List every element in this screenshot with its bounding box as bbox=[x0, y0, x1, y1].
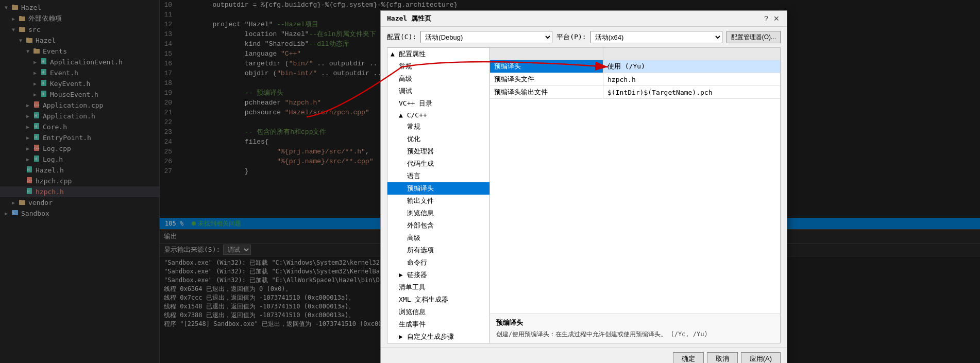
help-button[interactable]: ? bbox=[762, 14, 770, 23]
dialog-title: Hazel 属性页 bbox=[387, 14, 431, 23]
props-header-row bbox=[490, 48, 780, 60]
prop-value: $(IntDir)$(TargetName).pch bbox=[603, 86, 780, 98]
dialog-tree-label: 外部包含 bbox=[407, 221, 434, 230]
dialog-desc: 预编译头 创建/使用预编译头：在生成过程中允许创建或使用预编译头。 (/Yc, … bbox=[490, 314, 780, 343]
platform-select[interactable]: 活动(x64) bbox=[590, 31, 722, 43]
dialog-tree-label: 生成事件 bbox=[399, 320, 426, 329]
dialog-tree-item-list-tool[interactable]: 清单工具 bbox=[387, 281, 489, 293]
prop-name: 预编译头输出文件 bbox=[490, 86, 603, 98]
dialog-tree-item-general[interactable]: 常规 bbox=[387, 60, 489, 73]
dialog-tree-label: ▶ 自定义生成步骤 bbox=[399, 332, 454, 341]
dialog-tree-label: VC++ 目录 bbox=[399, 99, 432, 108]
dialog-tree-item-external-inc[interactable]: 外部包含 bbox=[387, 219, 489, 232]
dialog-tree-item-cpp[interactable]: ▲ C/C++ bbox=[387, 110, 489, 120]
dialog-tree-label: 浏览信息 bbox=[399, 307, 426, 317]
dialog-tree-item-linker[interactable]: ▶ 链接器 bbox=[387, 269, 489, 281]
close-button[interactable]: ✕ bbox=[772, 14, 781, 23]
dialog-tree-label: 高级 bbox=[407, 233, 420, 243]
dialog-tree-label: ▶ 链接器 bbox=[399, 270, 427, 280]
dialog-tree-item-advanced2[interactable]: 高级 bbox=[387, 232, 489, 244]
dialog-tree-label: 浏览信息 bbox=[407, 209, 434, 218]
prop-header-value bbox=[603, 48, 780, 60]
dialog-tree-item-all-options[interactable]: 所有选项 bbox=[387, 244, 489, 256]
dialog-tree-label: 调试 bbox=[399, 87, 412, 96]
prop-name: 预编译头 bbox=[490, 60, 603, 73]
dialog-tree-label: 代码生成 bbox=[407, 159, 434, 168]
dialog-tree-item-vc-dirs[interactable]: VC++ 目录 bbox=[387, 97, 489, 110]
dialog-tree-label: 语言 bbox=[407, 171, 420, 181]
desc-text: 创建/使用预编译头：在生成过程中允许创建或使用预编译头。 (/Yc, /Yu) bbox=[496, 330, 774, 339]
property-dialog: Hazel 属性页 ? ✕ 配置(C): 活动(Debug) 平台(P): 活动… bbox=[380, 10, 787, 363]
platform-label: 平台(P): bbox=[556, 32, 586, 42]
desc-title: 预编译头 bbox=[496, 318, 774, 327]
dialog-right: 预编译头使用 (/Yu)预编译头文件hzpch.h预编译头输出文件$(IntDi… bbox=[490, 47, 781, 343]
prop-row[interactable]: 预编译头文件hzpch.h bbox=[490, 73, 780, 86]
dialog-tree-label: ▲ C/C++ bbox=[399, 111, 427, 119]
dialog-tree-label: 输出文件 bbox=[407, 196, 434, 205]
main-container: ▼Hazel▶外部依赖项▼src▼Hazel▼Events▶HApplicati… bbox=[0, 0, 980, 363]
dialog-tree-item-cpp-optimize[interactable]: 优化 bbox=[387, 133, 489, 145]
dialog-tree-label: 清单工具 bbox=[399, 283, 426, 292]
dialog-controls: ? ✕ bbox=[762, 14, 781, 23]
dialog-tree-item-language[interactable]: 语言 bbox=[387, 170, 489, 182]
dialog-tree-item-cmdline[interactable]: 命令行 bbox=[387, 256, 489, 269]
cancel-button[interactable]: 取消 bbox=[707, 352, 738, 363]
prop-header-name bbox=[490, 48, 603, 60]
prop-row[interactable]: 预编译头输出文件$(IntDir)$(TargetName).pch bbox=[490, 86, 780, 99]
dialog-tree-item-config-props[interactable]: ▲ 配置属性 bbox=[387, 48, 489, 60]
config-row: 配置(C): 活动(Debug) 平台(P): 活动(x64) 配置管理器(O)… bbox=[387, 31, 781, 43]
dialog-tree-item-codegen[interactable]: 代码生成 bbox=[387, 158, 489, 170]
dialog-tree-item-cpp-general[interactable]: 常规 bbox=[387, 120, 489, 133]
dialog-tree-label: 高级 bbox=[399, 74, 412, 83]
config-mgr-button[interactable]: 配置管理器(O)... bbox=[726, 31, 781, 43]
dialog-tree-item-advanced[interactable]: 高级 bbox=[387, 73, 489, 85]
config-select[interactable]: 活动(Debug) bbox=[420, 31, 552, 43]
dialog-tree-label: XML 文档生成器 bbox=[399, 295, 448, 304]
dialog-tree-label: 所有选项 bbox=[407, 246, 434, 255]
dialog-tree-item-browse-info2[interactable]: 浏览信息 bbox=[387, 306, 489, 318]
prop-value: hzpch.h bbox=[603, 73, 780, 85]
dialog-tree-item-xml-gen[interactable]: XML 文档生成器 bbox=[387, 293, 489, 306]
dialog-tree-label: 命令行 bbox=[407, 258, 427, 267]
dialog-tree-item-output-files[interactable]: 输出文件 bbox=[387, 195, 489, 207]
prop-name: 预编译头文件 bbox=[490, 73, 603, 85]
dialog-tree-label: 预编译头 bbox=[407, 184, 434, 193]
dialog-footer: 确定 取消 应用(A) bbox=[381, 348, 787, 363]
config-label: 配置(C): bbox=[387, 32, 416, 42]
prop-row[interactable]: 预编译头使用 (/Yu) bbox=[490, 60, 780, 73]
dialog-tree[interactable]: ▲ 配置属性常规高级调试VC++ 目录▲ C/C++常规优化预处理器代码生成语言… bbox=[387, 47, 490, 343]
prop-value: 使用 (/Yu) bbox=[603, 60, 780, 73]
dialog-props: 预编译头使用 (/Yu)预编译头文件hzpch.h预编译头输出文件$(IntDi… bbox=[490, 48, 780, 314]
dialog-tree-item-debug[interactable]: 调试 bbox=[387, 85, 489, 97]
dialog-titlebar: Hazel 属性页 ? ✕ bbox=[381, 11, 787, 27]
dialog-main: ▲ 配置属性常规高级调试VC++ 目录▲ C/C++常规优化预处理器代码生成语言… bbox=[387, 47, 781, 343]
dialog-tree-label: 优化 bbox=[407, 134, 420, 144]
dialog-tree-label: 预处理器 bbox=[407, 147, 434, 156]
dialog-tree-item-custom-build[interactable]: ▶ 自定义生成步骤 bbox=[387, 331, 489, 343]
dialog-tree-label: ▲ 配置属性 bbox=[391, 49, 426, 59]
dialog-body: 配置(C): 活动(Debug) 平台(P): 活动(x64) 配置管理器(O)… bbox=[381, 27, 787, 348]
dialog-tree-item-pch[interactable]: 预编译头 bbox=[387, 182, 489, 195]
dialog-tree-label: 常规 bbox=[399, 62, 412, 71]
dialog-tree-item-browse-info[interactable]: 浏览信息 bbox=[387, 207, 489, 219]
ok-button[interactable]: 确定 bbox=[673, 352, 704, 363]
dialog-tree-item-preprocessor[interactable]: 预处理器 bbox=[387, 145, 489, 158]
dialog-tree-label: 常规 bbox=[407, 122, 420, 131]
dialog-tree-item-build-events[interactable]: 生成事件 bbox=[387, 318, 489, 331]
apply-button[interactable]: 应用(A) bbox=[741, 352, 781, 363]
